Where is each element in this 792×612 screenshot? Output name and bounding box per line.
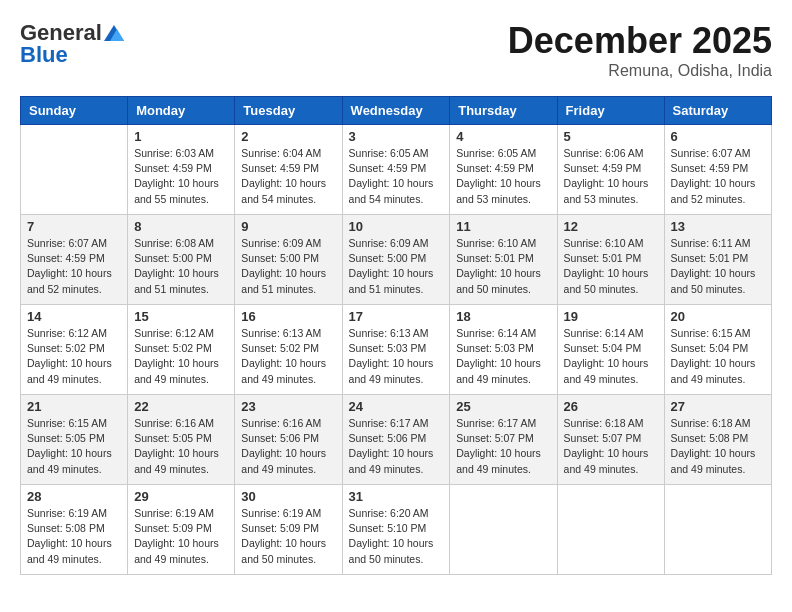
calendar-cell: 16Sunrise: 6:13 AMSunset: 5:02 PMDayligh… <box>235 305 342 395</box>
calendar-cell: 29Sunrise: 6:19 AMSunset: 5:09 PMDayligh… <box>128 485 235 575</box>
day-info: Sunrise: 6:19 AMSunset: 5:09 PMDaylight:… <box>241 506 335 567</box>
day-info: Sunrise: 6:13 AMSunset: 5:03 PMDaylight:… <box>349 326 444 387</box>
calendar-cell <box>450 485 557 575</box>
day-number: 17 <box>349 309 444 324</box>
logo: General Blue <box>20 20 124 68</box>
calendar-cell: 14Sunrise: 6:12 AMSunset: 5:02 PMDayligh… <box>21 305 128 395</box>
col-header-friday: Friday <box>557 97 664 125</box>
calendar-cell: 31Sunrise: 6:20 AMSunset: 5:10 PMDayligh… <box>342 485 450 575</box>
location-title: Remuna, Odisha, India <box>508 62 772 80</box>
calendar-cell: 30Sunrise: 6:19 AMSunset: 5:09 PMDayligh… <box>235 485 342 575</box>
day-info: Sunrise: 6:04 AMSunset: 4:59 PMDaylight:… <box>241 146 335 207</box>
day-number: 25 <box>456 399 550 414</box>
day-number: 13 <box>671 219 765 234</box>
day-info: Sunrise: 6:05 AMSunset: 4:59 PMDaylight:… <box>349 146 444 207</box>
day-number: 28 <box>27 489 121 504</box>
calendar-table: SundayMondayTuesdayWednesdayThursdayFrid… <box>20 96 772 575</box>
calendar-cell: 24Sunrise: 6:17 AMSunset: 5:06 PMDayligh… <box>342 395 450 485</box>
calendar-cell: 4Sunrise: 6:05 AMSunset: 4:59 PMDaylight… <box>450 125 557 215</box>
logo-blue-text: Blue <box>20 42 68 68</box>
day-number: 16 <box>241 309 335 324</box>
calendar-cell: 1Sunrise: 6:03 AMSunset: 4:59 PMDaylight… <box>128 125 235 215</box>
calendar-cell <box>21 125 128 215</box>
day-info: Sunrise: 6:16 AMSunset: 5:05 PMDaylight:… <box>134 416 228 477</box>
day-info: Sunrise: 6:19 AMSunset: 5:08 PMDaylight:… <box>27 506 121 567</box>
calendar-cell: 8Sunrise: 6:08 AMSunset: 5:00 PMDaylight… <box>128 215 235 305</box>
day-number: 27 <box>671 399 765 414</box>
day-info: Sunrise: 6:09 AMSunset: 5:00 PMDaylight:… <box>349 236 444 297</box>
day-number: 22 <box>134 399 228 414</box>
day-number: 3 <box>349 129 444 144</box>
day-info: Sunrise: 6:03 AMSunset: 4:59 PMDaylight:… <box>134 146 228 207</box>
calendar-cell: 3Sunrise: 6:05 AMSunset: 4:59 PMDaylight… <box>342 125 450 215</box>
col-header-sunday: Sunday <box>21 97 128 125</box>
day-info: Sunrise: 6:11 AMSunset: 5:01 PMDaylight:… <box>671 236 765 297</box>
day-number: 19 <box>564 309 658 324</box>
day-number: 10 <box>349 219 444 234</box>
day-number: 23 <box>241 399 335 414</box>
day-info: Sunrise: 6:19 AMSunset: 5:09 PMDaylight:… <box>134 506 228 567</box>
day-info: Sunrise: 6:07 AMSunset: 4:59 PMDaylight:… <box>671 146 765 207</box>
calendar-cell: 23Sunrise: 6:16 AMSunset: 5:06 PMDayligh… <box>235 395 342 485</box>
day-number: 1 <box>134 129 228 144</box>
day-number: 18 <box>456 309 550 324</box>
day-number: 31 <box>349 489 444 504</box>
day-number: 7 <box>27 219 121 234</box>
day-info: Sunrise: 6:07 AMSunset: 4:59 PMDaylight:… <box>27 236 121 297</box>
day-number: 4 <box>456 129 550 144</box>
day-number: 2 <box>241 129 335 144</box>
title-block: December 2025 Remuna, Odisha, India <box>508 20 772 80</box>
calendar-cell <box>557 485 664 575</box>
day-info: Sunrise: 6:18 AMSunset: 5:07 PMDaylight:… <box>564 416 658 477</box>
day-number: 21 <box>27 399 121 414</box>
day-number: 11 <box>456 219 550 234</box>
calendar-cell: 21Sunrise: 6:15 AMSunset: 5:05 PMDayligh… <box>21 395 128 485</box>
page-header: General Blue December 2025 Remuna, Odish… <box>20 20 772 80</box>
col-header-monday: Monday <box>128 97 235 125</box>
day-info: Sunrise: 6:17 AMSunset: 5:07 PMDaylight:… <box>456 416 550 477</box>
day-number: 12 <box>564 219 658 234</box>
day-info: Sunrise: 6:09 AMSunset: 5:00 PMDaylight:… <box>241 236 335 297</box>
day-number: 9 <box>241 219 335 234</box>
col-header-thursday: Thursday <box>450 97 557 125</box>
calendar-cell: 26Sunrise: 6:18 AMSunset: 5:07 PMDayligh… <box>557 395 664 485</box>
day-info: Sunrise: 6:18 AMSunset: 5:08 PMDaylight:… <box>671 416 765 477</box>
day-info: Sunrise: 6:10 AMSunset: 5:01 PMDaylight:… <box>456 236 550 297</box>
day-info: Sunrise: 6:13 AMSunset: 5:02 PMDaylight:… <box>241 326 335 387</box>
logo-icon <box>104 25 124 41</box>
calendar-cell: 6Sunrise: 6:07 AMSunset: 4:59 PMDaylight… <box>664 125 771 215</box>
day-info: Sunrise: 6:14 AMSunset: 5:03 PMDaylight:… <box>456 326 550 387</box>
day-number: 24 <box>349 399 444 414</box>
day-info: Sunrise: 6:14 AMSunset: 5:04 PMDaylight:… <box>564 326 658 387</box>
day-info: Sunrise: 6:08 AMSunset: 5:00 PMDaylight:… <box>134 236 228 297</box>
calendar-cell: 15Sunrise: 6:12 AMSunset: 5:02 PMDayligh… <box>128 305 235 395</box>
calendar-cell: 7Sunrise: 6:07 AMSunset: 4:59 PMDaylight… <box>21 215 128 305</box>
day-info: Sunrise: 6:15 AMSunset: 5:04 PMDaylight:… <box>671 326 765 387</box>
calendar-cell: 2Sunrise: 6:04 AMSunset: 4:59 PMDaylight… <box>235 125 342 215</box>
calendar-cell <box>664 485 771 575</box>
day-info: Sunrise: 6:17 AMSunset: 5:06 PMDaylight:… <box>349 416 444 477</box>
day-number: 8 <box>134 219 228 234</box>
month-title: December 2025 <box>508 20 772 62</box>
calendar-cell: 9Sunrise: 6:09 AMSunset: 5:00 PMDaylight… <box>235 215 342 305</box>
day-info: Sunrise: 6:05 AMSunset: 4:59 PMDaylight:… <box>456 146 550 207</box>
day-number: 29 <box>134 489 228 504</box>
calendar-cell: 17Sunrise: 6:13 AMSunset: 5:03 PMDayligh… <box>342 305 450 395</box>
calendar-cell: 25Sunrise: 6:17 AMSunset: 5:07 PMDayligh… <box>450 395 557 485</box>
day-number: 15 <box>134 309 228 324</box>
day-info: Sunrise: 6:06 AMSunset: 4:59 PMDaylight:… <box>564 146 658 207</box>
day-number: 20 <box>671 309 765 324</box>
day-number: 14 <box>27 309 121 324</box>
col-header-wednesday: Wednesday <box>342 97 450 125</box>
calendar-cell: 28Sunrise: 6:19 AMSunset: 5:08 PMDayligh… <box>21 485 128 575</box>
col-header-tuesday: Tuesday <box>235 97 342 125</box>
day-info: Sunrise: 6:12 AMSunset: 5:02 PMDaylight:… <box>134 326 228 387</box>
day-info: Sunrise: 6:15 AMSunset: 5:05 PMDaylight:… <box>27 416 121 477</box>
calendar-cell: 22Sunrise: 6:16 AMSunset: 5:05 PMDayligh… <box>128 395 235 485</box>
day-number: 30 <box>241 489 335 504</box>
day-info: Sunrise: 6:12 AMSunset: 5:02 PMDaylight:… <box>27 326 121 387</box>
day-number: 26 <box>564 399 658 414</box>
calendar-cell: 5Sunrise: 6:06 AMSunset: 4:59 PMDaylight… <box>557 125 664 215</box>
calendar-cell: 13Sunrise: 6:11 AMSunset: 5:01 PMDayligh… <box>664 215 771 305</box>
day-info: Sunrise: 6:10 AMSunset: 5:01 PMDaylight:… <box>564 236 658 297</box>
